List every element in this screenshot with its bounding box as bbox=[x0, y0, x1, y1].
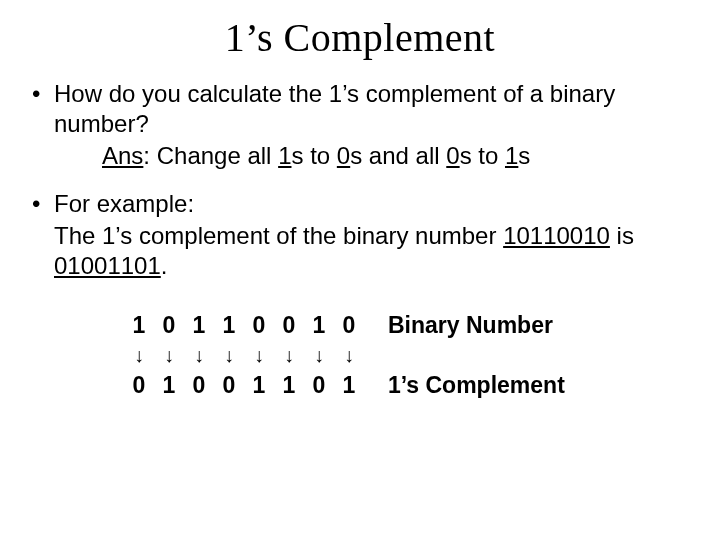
down-arrow-icon: ↓ bbox=[214, 341, 244, 369]
example-input-number: 10110010 bbox=[503, 222, 610, 249]
bit-cell: 1 bbox=[184, 309, 214, 341]
example-pre: The 1’s complement of the binary number bbox=[54, 222, 503, 249]
bullet-list: How do you calculate the 1’s complement … bbox=[30, 79, 690, 281]
bit-cell: 0 bbox=[184, 369, 214, 401]
answer-pre: : Change all bbox=[143, 142, 278, 169]
bit-table-container: 1 0 1 1 0 0 1 0 Binary Number ↓ ↓ ↓ ↓ ↓ … bbox=[124, 309, 690, 401]
bit-cell: 0 bbox=[334, 309, 364, 341]
answer-label: Ans bbox=[102, 142, 143, 169]
bullet-question: How do you calculate the 1’s complement … bbox=[30, 79, 690, 171]
down-arrow-icon: ↓ bbox=[124, 341, 154, 369]
slide-title: 1’s Complement bbox=[30, 14, 690, 61]
slide-container: 1’s Complement How do you calculate the … bbox=[0, 0, 720, 401]
answer-mid1: s to bbox=[291, 142, 336, 169]
answer-token-0a: 0 bbox=[337, 142, 350, 169]
bit-cell: 1 bbox=[244, 369, 274, 401]
down-arrow-icon: ↓ bbox=[154, 341, 184, 369]
bit-cell: 1 bbox=[124, 309, 154, 341]
down-arrow-icon: ↓ bbox=[244, 341, 274, 369]
bullet-example: For example: The 1’s complement of the b… bbox=[30, 189, 690, 281]
bit-table: 1 0 1 1 0 0 1 0 Binary Number ↓ ↓ ↓ ↓ ↓ … bbox=[124, 309, 565, 401]
example-statement: The 1’s complement of the binary number … bbox=[54, 221, 690, 281]
row-label-output: 1’s Complement bbox=[364, 369, 565, 401]
bit-cell: 0 bbox=[154, 309, 184, 341]
down-arrow-icon: ↓ bbox=[274, 341, 304, 369]
answer-token-1: 1 bbox=[278, 142, 291, 169]
answer-mid3: s to bbox=[460, 142, 505, 169]
example-post: . bbox=[161, 252, 168, 279]
bit-cell: 0 bbox=[214, 369, 244, 401]
row-label-blank bbox=[364, 341, 565, 369]
table-row-output: 0 1 0 0 1 1 0 1 1’s Complement bbox=[124, 369, 565, 401]
bit-cell: 0 bbox=[304, 369, 334, 401]
answer-mid2: s and all bbox=[350, 142, 446, 169]
bit-cell: 0 bbox=[244, 309, 274, 341]
down-arrow-icon: ↓ bbox=[334, 341, 364, 369]
bit-cell: 1 bbox=[154, 369, 184, 401]
down-arrow-icon: ↓ bbox=[184, 341, 214, 369]
example-mid: is bbox=[610, 222, 634, 249]
table-row-input: 1 0 1 1 0 0 1 0 Binary Number bbox=[124, 309, 565, 341]
answer-line: Ans: Change all 1s to 0s and all 0s to 1… bbox=[54, 141, 690, 171]
bit-cell: 1 bbox=[214, 309, 244, 341]
bit-cell: 0 bbox=[274, 309, 304, 341]
down-arrow-icon: ↓ bbox=[304, 341, 334, 369]
bit-cell: 1 bbox=[334, 369, 364, 401]
example-output-number: 01001101 bbox=[54, 252, 161, 279]
bit-cell: 0 bbox=[124, 369, 154, 401]
row-label-input: Binary Number bbox=[364, 309, 565, 341]
answer-post: s bbox=[518, 142, 530, 169]
table-row-arrows: ↓ ↓ ↓ ↓ ↓ ↓ ↓ ↓ bbox=[124, 341, 565, 369]
answer-token-1b: 1 bbox=[505, 142, 518, 169]
answer-token-0b: 0 bbox=[446, 142, 459, 169]
example-lead: For example: bbox=[54, 190, 194, 217]
bit-cell: 1 bbox=[274, 369, 304, 401]
bit-cell: 1 bbox=[304, 309, 334, 341]
question-text: How do you calculate the 1’s complement … bbox=[54, 80, 615, 137]
